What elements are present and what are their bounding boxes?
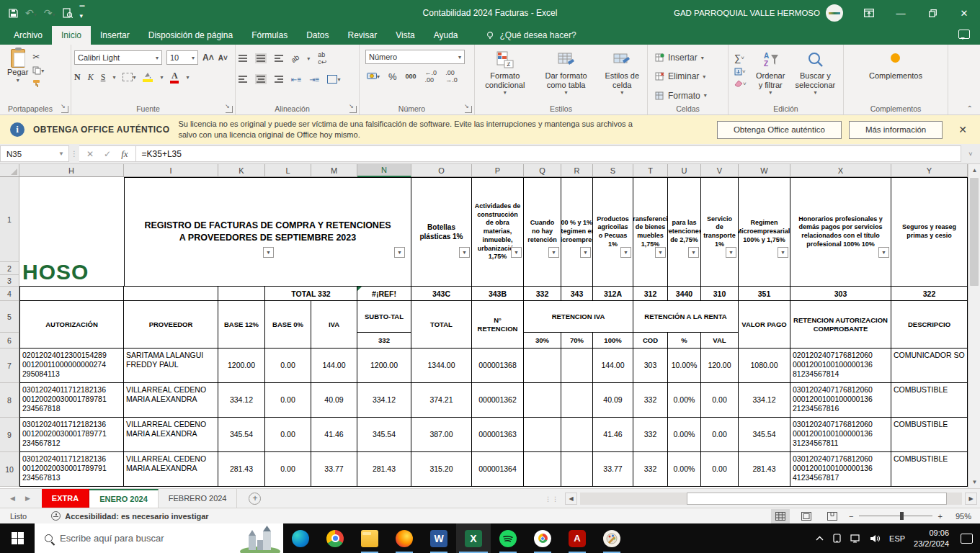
cell-L8[interactable]: 0.00: [265, 383, 311, 418]
taskbar-chrome-icon[interactable]: [318, 523, 352, 553]
tab-splitter-grip[interactable]: ⋮⋮: [545, 495, 559, 503]
scroll-left-icon[interactable]: ◀: [565, 493, 577, 505]
cell-L7[interactable]: 0.00: [265, 349, 311, 383]
cell-T9[interactable]: 332: [633, 418, 668, 452]
collapse-ribbon-icon[interactable]: ⌃: [967, 104, 973, 112]
find-select-button[interactable]: Buscar y seleccionar▾: [790, 48, 840, 103]
cell-Y9[interactable]: COMBUSTIBLE: [891, 418, 968, 452]
header-total[interactable]: TOTAL: [411, 301, 472, 349]
format-painter-icon[interactable]: [32, 79, 44, 88]
cell-H4[interactable]: [19, 287, 124, 301]
filter-dropdown-icon[interactable]: ▼: [263, 247, 274, 258]
cell-P10[interactable]: 000001364: [472, 452, 524, 487]
cell-N7[interactable]: 1200.00: [357, 349, 411, 383]
col-header-I[interactable]: I: [124, 164, 218, 177]
new-sheet-icon[interactable]: +: [249, 493, 261, 505]
taskbar-search[interactable]: Escribe aquí para buscar: [35, 523, 283, 553]
cell-I7[interactable]: SARITAMA LALANGUI FREDDY PAUL: [124, 349, 218, 383]
italic-button[interactable]: K: [88, 72, 94, 83]
tab-revisar[interactable]: Revisar: [339, 26, 387, 45]
header-renta-%[interactable]: %: [668, 333, 701, 349]
cell-W10[interactable]: 281.43: [739, 452, 790, 487]
tab-vista[interactable]: Vista: [386, 26, 424, 45]
cell-code-R4[interactable]: 343: [561, 287, 593, 301]
get-office-button[interactable]: Obtenga Office auténtico: [717, 121, 842, 139]
more-info-button[interactable]: Más información: [849, 121, 943, 139]
cell-R9[interactable]: [561, 418, 593, 452]
cell-code-P4[interactable]: 343B: [472, 287, 524, 301]
close-button[interactable]: ✕: [948, 0, 980, 26]
cell-K4[interactable]: [218, 287, 265, 301]
vertical-scroll-thumb[interactable]: [970, 178, 979, 286]
sheet-tab-extra[interactable]: EXTRA: [42, 489, 89, 508]
conditional-formatting-button[interactable]: ≠ Formato condicional▾: [478, 48, 533, 103]
align-middle-icon[interactable]: [255, 53, 267, 63]
cell-code-V4[interactable]: 310: [701, 287, 739, 301]
filter-dropdown-icon[interactable]: ▼: [548, 247, 559, 258]
header-iva-pct-100%[interactable]: 100%: [593, 333, 633, 349]
redo-icon[interactable]: ↷▾: [44, 8, 55, 18]
account-name[interactable]: GAD PARROQUIAL VALLE HERMOSO: [674, 9, 820, 17]
cell-O10[interactable]: 315.20: [411, 452, 472, 487]
accounting-format-icon[interactable]: ▾: [367, 73, 380, 81]
cell-X9[interactable]: 0301202407176812060 0001200100100000136 …: [790, 418, 891, 452]
cell-H10[interactable]: 03012024011712182136 0012002003000178979…: [19, 452, 124, 487]
percent-style-icon[interactable]: %: [388, 71, 397, 82]
align-left-icon[interactable]: [239, 76, 247, 83]
cell-W9[interactable]: 345.54: [739, 418, 790, 452]
delete-cells-button[interactable]: Eliminar▾: [655, 69, 725, 84]
network-icon[interactable]: [850, 534, 861, 543]
row-header-9[interactable]: 9: [0, 418, 19, 452]
filter-dropdown-icon[interactable]: ▼: [511, 247, 522, 258]
cell-I8[interactable]: VILLARREAL CEDENO MARIA ALEXANDRA: [124, 383, 218, 418]
filter-dropdown-icon[interactable]: ▼: [620, 247, 631, 258]
cell-W8[interactable]: 334.12: [739, 383, 790, 418]
cell-ref-error[interactable]: #¡REF!: [357, 287, 411, 301]
cell-S9[interactable]: 41.46: [593, 418, 633, 452]
zoom-out-icon[interactable]: −: [849, 512, 853, 521]
taskbar-acrobat-icon[interactable]: A: [560, 523, 594, 553]
cell-total-332[interactable]: TOTAL 332: [265, 287, 357, 301]
next-sheet-icon[interactable]: ▶: [25, 495, 30, 502]
cancel-formula-icon[interactable]: ✕: [86, 149, 94, 159]
header-base12[interactable]: BASE 12%: [218, 301, 265, 349]
underline-button[interactable]: S: [101, 72, 106, 83]
cell-Y8[interactable]: COMBUSTIBLE: [891, 383, 968, 418]
zoom-slider[interactable]: − +: [849, 512, 943, 521]
customize-qat-icon[interactable]: ▔▾: [80, 6, 85, 19]
cell-R8[interactable]: [561, 383, 593, 418]
wrap-text-icon[interactable]: abc↩: [318, 51, 326, 66]
header-iva-pct-70%[interactable]: 70%: [561, 333, 593, 349]
filter-header-V[interactable]: Servicio de transporte 1%▼: [701, 177, 739, 287]
row-header-7[interactable]: 7: [0, 349, 19, 383]
tab-f-rmulas[interactable]: Fórmulas: [242, 26, 297, 45]
row-header-4[interactable]: 4: [0, 287, 19, 301]
format-as-table-button[interactable]: Dar formato como tabla▾: [535, 48, 597, 103]
page-break-view-icon[interactable]: [823, 509, 842, 523]
cell-X7[interactable]: 0201202407176812060 0001200100100000136 …: [790, 349, 891, 383]
volume-icon[interactable]: [870, 534, 881, 543]
increase-indent-icon[interactable]: ⇥≡: [309, 76, 319, 84]
cell-R7[interactable]: [561, 349, 593, 383]
formula-input[interactable]: =K35+L35: [136, 145, 961, 162]
zoom-percent[interactable]: 95%: [950, 512, 971, 521]
orientation-icon[interactable]: ab: [290, 53, 300, 63]
tab-archivo[interactable]: Archivo: [4, 26, 52, 45]
cell-K8[interactable]: 334.12: [218, 383, 265, 418]
cell-code-W4[interactable]: 351: [739, 287, 790, 301]
filter-header-P[interactable]: Actividades de construcción de obra mate…: [472, 177, 524, 287]
font-color-icon[interactable]: A: [170, 71, 179, 84]
align-right-icon[interactable]: [275, 76, 283, 83]
cell-V7[interactable]: 120.00: [701, 349, 739, 383]
comma-style-icon[interactable]: 000: [406, 73, 416, 80]
cell-V10[interactable]: 0.00: [701, 452, 739, 487]
search-highlight-icon[interactable]: [239, 526, 282, 553]
decrease-decimal-icon[interactable]: .00→.0: [445, 69, 458, 84]
taskbar-firefox-icon[interactable]: [387, 523, 422, 553]
taskbar-edge-icon[interactable]: [283, 523, 318, 553]
tab-disposici-n-de-p-gina[interactable]: Disposición de página: [139, 26, 242, 45]
insert-function-icon[interactable]: fx: [121, 148, 128, 160]
normal-view-icon[interactable]: [771, 509, 790, 523]
filter-dropdown-icon[interactable]: ▼: [459, 247, 470, 258]
cell-N10[interactable]: 281.43: [357, 452, 411, 487]
